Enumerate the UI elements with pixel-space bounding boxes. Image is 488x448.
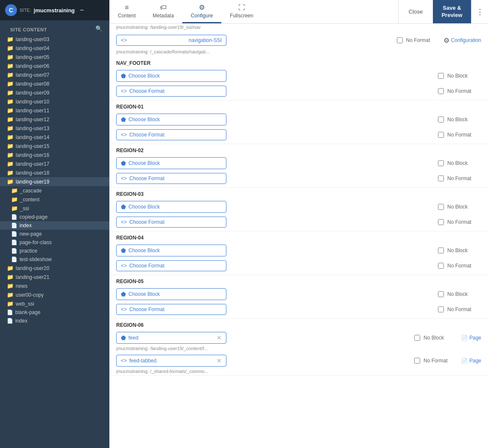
block-icon: ⬟	[121, 334, 126, 341]
sidebar-item-landing-user10[interactable]: 📁landing-user10	[0, 97, 109, 106]
sidebar-item-landing-user15[interactable]: 📁landing-user15	[0, 142, 109, 150]
sidebar-item-_cascade[interactable]: 📁_cascade	[0, 186, 109, 195]
format-page-link-region-06[interactable]: 📄Page	[461, 358, 481, 364]
sidebar-item-landing-user04[interactable]: 📁landing-user04	[0, 44, 109, 53]
choose-format-button-region-06[interactable]: <>feed-tabbed✕	[116, 355, 226, 367]
block-page-link-region-06[interactable]: 📄Page	[461, 335, 481, 341]
save-preview-button[interactable]: Save &Preview	[433, 0, 471, 23]
sidebar-item-landing-user12[interactable]: 📁landing-user12	[0, 115, 109, 124]
sidebar-item-blank-page[interactable]: 📄blank-page	[0, 308, 109, 317]
tab-content[interactable]: ≡ Content	[109, 0, 144, 23]
choose-block-button-nav_footer[interactable]: ⬟Choose Block	[116, 70, 226, 82]
choose-block-button-region-06[interactable]: ⬟feed✕	[116, 332, 226, 344]
block-checkbox-region-06[interactable]	[414, 335, 420, 341]
sidebar-item-copied-page[interactable]: 📄copied-page	[0, 213, 109, 221]
nav-ssi-path: jmucmstraining: /_cascade/formats/naviga…	[109, 48, 488, 57]
toolbar: ≡ Content 🏷 Metadata ⚙ Configure ⛶ Fulls…	[109, 0, 488, 24]
choose-format-button-region-04[interactable]: <>Choose Format	[116, 260, 226, 271]
sidebar-item-web_ssi[interactable]: 📁web_ssi	[0, 299, 109, 308]
choose-format-button-region-01[interactable]: <>Choose Format	[116, 129, 226, 140]
region-header-region-03: REGION-03	[109, 188, 488, 199]
sidebar-item-landing-user13[interactable]: 📁landing-user13	[0, 124, 109, 133]
tab-fullscreen[interactable]: ⛶ Fullscreen	[221, 0, 262, 23]
code-brackets-icon: <>	[121, 132, 127, 138]
format-checkbox-region-02[interactable]	[438, 175, 444, 181]
block-checkbox-region-01[interactable]	[438, 117, 444, 122]
sidebar-item-landing-user21[interactable]: 📁landing-user21	[0, 273, 109, 281]
choose-format-button-region-03[interactable]: <>Choose Format	[116, 217, 226, 228]
sidebar-item-landing-user07[interactable]: 📁landing-user07	[0, 70, 109, 79]
sidebar-item-label: landing-user11	[16, 108, 49, 114]
region-header-region-05: REGION-05	[109, 275, 488, 286]
sidebar-item-landing-user14[interactable]: 📁landing-user14	[0, 133, 109, 142]
format-row-region-01: <>Choose FormatNo Format	[109, 128, 488, 144]
file-icon: 📄	[7, 309, 13, 315]
sidebar-item-landing-user16[interactable]: 📁landing-user16	[0, 150, 109, 159]
sidebar-item-landing-user03[interactable]: 📁landing-user03	[0, 35, 109, 44]
format-right-region-01: No Format	[438, 132, 481, 138]
sidebar-item-landing-user19[interactable]: 📁landing-user19	[0, 177, 109, 186]
sidebar-item-_content[interactable]: 📁_content	[0, 195, 109, 204]
sidebar-item-_ssi[interactable]: 📁_ssi	[0, 204, 109, 213]
sidebar-item-label: landing-user17	[16, 161, 49, 167]
choose-format-button-region-05[interactable]: <>Choose Format	[116, 304, 226, 315]
site-toggle[interactable]: −	[80, 6, 84, 14]
region-section-region-05: REGION-05⬟Choose BlockNo Block<>Choose F…	[109, 275, 488, 319]
block-clear-icon[interactable]: ✕	[217, 334, 222, 341]
block-checkbox-region-05[interactable]	[438, 291, 444, 297]
format-clear-icon[interactable]: ✕	[217, 357, 222, 364]
sidebar-item-landing-user06[interactable]: 📁landing-user06	[0, 61, 109, 70]
sidebar-item-landing-user18[interactable]: 📁landing-user18	[0, 168, 109, 177]
format-checkbox-region-04[interactable]	[438, 263, 444, 269]
choose-block-button-region-02[interactable]: ⬟Choose Block	[116, 157, 226, 169]
block-checkbox-region-03[interactable]	[438, 204, 444, 210]
nav-ssi-config-link[interactable]: ⚙ Configuration	[443, 36, 481, 45]
close-button[interactable]: Close	[398, 0, 433, 23]
block-row-region-01: ⬟Choose BlockNo Block	[109, 111, 488, 128]
sidebar-item-landing-user11[interactable]: 📁landing-user11	[0, 106, 109, 115]
sidebar-item-news[interactable]: 📁news	[0, 281, 109, 290]
sidebar-item-landing-user05[interactable]: 📁landing-user05	[0, 53, 109, 61]
sidebar-item-user00-copy[interactable]: 📁user00-copy	[0, 290, 109, 299]
sidebar-item-page-for-class[interactable]: 📄page-for-class	[0, 238, 109, 247]
choose-format-button-region-02[interactable]: <>Choose Format	[116, 173, 226, 184]
choose-block-button-region-01[interactable]: ⬟Choose Block	[116, 114, 226, 125]
format-checkbox-region-03[interactable]	[438, 219, 444, 225]
tab-configure[interactable]: ⚙ Configure	[182, 0, 221, 23]
block-row-nav_footer: ⬟Choose BlockNo Block	[109, 68, 488, 84]
nav-ssi-checkbox[interactable]	[397, 37, 403, 43]
choose-block-button-region-04[interactable]: ⬟Choose Block	[116, 245, 226, 256]
format-checkbox-nav_footer[interactable]	[438, 88, 444, 94]
sidebar-item-practice[interactable]: 📄practice	[0, 247, 109, 255]
format-checkbox-region-06[interactable]	[414, 358, 420, 364]
sidebar-item-landing-user08[interactable]: 📁landing-user08	[0, 79, 109, 88]
sidebar-search-button[interactable]: 🔍	[94, 24, 104, 33]
choose-block-button-region-03[interactable]: ⬟Choose Block	[116, 201, 226, 213]
choose-block-button-region-05[interactable]: ⬟Choose Block	[116, 288, 226, 300]
folder-icon: 📁	[7, 98, 14, 105]
sidebar-item-index[interactable]: 📄index	[0, 317, 109, 325]
folder-icon: 📁	[7, 63, 14, 69]
sidebar-item-new-page[interactable]: 📄new-page	[0, 230, 109, 238]
page-file-icon: 📄	[461, 335, 468, 341]
folder-icon: 📁	[11, 205, 18, 211]
sidebar-item-landing-user20[interactable]: 📁landing-user20	[0, 264, 109, 273]
sidebar-item-index[interactable]: 📄index	[0, 221, 109, 230]
sidebar-item-landing-user17[interactable]: 📁landing-user17	[0, 159, 109, 168]
block-checkbox-region-04[interactable]	[438, 248, 444, 253]
block-status-region-01: No Block	[447, 117, 481, 122]
tab-metadata[interactable]: 🏷 Metadata	[144, 0, 182, 23]
block-checkbox-nav_footer[interactable]	[438, 73, 444, 79]
format-checkbox-region-05[interactable]	[438, 306, 444, 312]
sidebar-item-landing-user09[interactable]: 📁landing-user09	[0, 88, 109, 97]
choose-format-button-nav_footer[interactable]: <>Choose Format	[116, 86, 226, 97]
sidebar-item-label: landing-user04	[16, 45, 49, 51]
folder-icon: 📁	[7, 301, 14, 307]
folder-icon: 📁	[7, 72, 14, 78]
navigation-ssi-button[interactable]: <> navigation-SSI	[116, 35, 226, 46]
more-options-button[interactable]: ⋮	[471, 0, 488, 23]
format-checkbox-region-01[interactable]	[438, 132, 444, 138]
sidebar-item-test-slideshow[interactable]: 📄test-slideshow	[0, 255, 109, 264]
block-checkbox-region-02[interactable]	[438, 160, 444, 166]
logo-icon[interactable]: C	[5, 4, 17, 16]
